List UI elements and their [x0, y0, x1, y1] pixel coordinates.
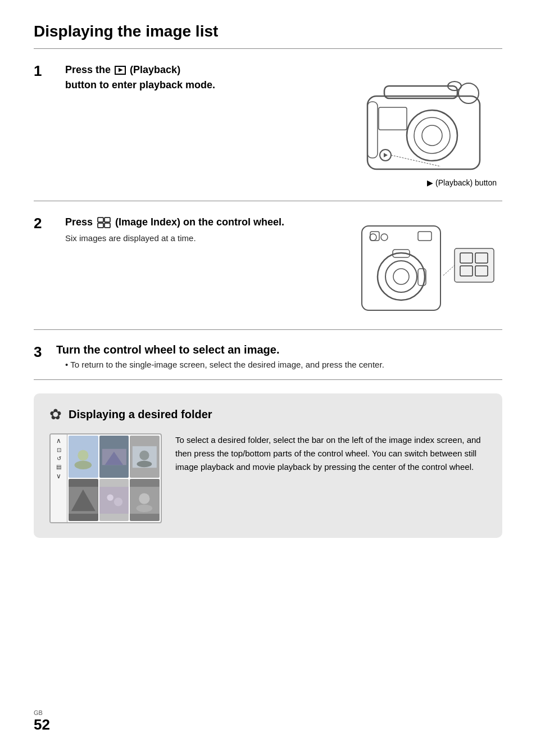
step-1-instruction: Press the (Playback)button to enter play… — [65, 62, 331, 93]
svg-point-32 — [78, 450, 88, 460]
svg-point-33 — [75, 460, 92, 469]
index-sidebar: ∧ ⊡ ↺ ▤ ∨ — [51, 434, 67, 522]
svg-marker-10 — [384, 153, 388, 157]
svg-point-45 — [139, 493, 150, 504]
svg-rect-13 — [105, 218, 110, 222]
step-2-sub: Six images are displayed at a time. — [65, 232, 343, 245]
svg-line-31 — [443, 265, 455, 275]
svg-point-19 — [393, 269, 409, 284]
control-wheel-svg — [356, 215, 502, 316]
playback-icon — [115, 66, 126, 75]
svg-point-4 — [422, 125, 442, 146]
step-1-image: ▶ (Playback) button — [345, 62, 502, 187]
svg-rect-12 — [98, 218, 103, 222]
thumbnail-2 — [99, 436, 129, 478]
language-label: GB — [34, 709, 43, 716]
tip-content-row: ∧ ⊡ ↺ ▤ ∨ — [49, 433, 487, 523]
thumbnail-5 — [99, 479, 129, 521]
step-2-suffix: (Image Index) on the control wheel. — [115, 216, 284, 228]
page-number: 52 — [34, 716, 50, 734]
title-divider — [34, 48, 502, 49]
svg-point-43 — [114, 497, 122, 506]
svg-rect-8 — [367, 102, 378, 158]
svg-rect-15 — [105, 223, 110, 228]
step-3-bullet-text: To return to the single-image screen, se… — [70, 360, 384, 369]
svg-rect-22 — [418, 232, 431, 241]
svg-rect-41 — [99, 487, 129, 514]
svg-point-25 — [381, 234, 388, 241]
page-footer: GB 52 — [34, 709, 50, 734]
svg-rect-14 — [98, 223, 103, 228]
tip-title-row: ✿ Displaying a desired folder — [49, 406, 487, 423]
tip-title: Displaying a desired folder — [69, 408, 212, 421]
folder-icon-1: ⊡ — [57, 447, 61, 453]
image-index-icon — [97, 217, 111, 228]
step-3-main: Turn the control wheel to select an imag… — [56, 343, 384, 356]
svg-point-38 — [137, 460, 152, 467]
index-screen: ∧ ⊡ ↺ ▤ ∨ — [49, 433, 162, 523]
step-3-bullet: • To return to the single-image screen, … — [56, 360, 384, 369]
step-1-row: 1 Press the (Playback)button to enter pl… — [34, 62, 502, 187]
step-2-main: Press (Image Index) on the control wheel… — [65, 215, 343, 230]
svg-point-3 — [414, 117, 450, 153]
index-grid — [67, 434, 161, 522]
camera-svg — [345, 62, 502, 175]
svg-point-42 — [107, 494, 113, 500]
folder-icon-3: ▤ — [56, 464, 61, 470]
svg-rect-23 — [370, 232, 379, 241]
step3-divider — [34, 379, 502, 380]
step-2-image — [356, 215, 502, 316]
tip-icon: ✿ — [49, 406, 62, 423]
sidebar-arrow-up: ∧ — [56, 437, 61, 445]
thumbnail-1 — [69, 436, 98, 478]
step-3-number: 3 — [34, 345, 52, 359]
step-1-prefix: Press the — [65, 64, 111, 75]
folder-icon-2: ↺ — [57, 455, 61, 461]
svg-point-18 — [385, 261, 417, 292]
step-2-row: 2 Press (Image Index) on the control whe… — [34, 215, 502, 316]
step-3-row: 3 Turn the control wheel to select an im… — [34, 343, 502, 369]
step1-divider — [34, 201, 502, 201]
sidebar-arrow-down: ∨ — [56, 472, 61, 480]
folder-icons: ⊡ ↺ ▤ — [56, 447, 61, 470]
page-title: Displaying the image list — [34, 22, 502, 40]
svg-rect-16 — [362, 226, 440, 310]
step-1-number: 1 — [34, 64, 52, 78]
svg-point-24 — [370, 234, 376, 241]
step-2-text: Press (Image Index) on the control wheel… — [65, 215, 343, 245]
step2-divider — [34, 329, 502, 330]
tip-box: ✿ Displaying a desired folder ∧ ⊡ ↺ ▤ ∨ — [34, 393, 502, 538]
thumbnail-6 — [130, 479, 160, 521]
step-2-prefix: Press — [65, 216, 93, 228]
svg-rect-7 — [379, 107, 407, 130]
step-1-text: Press the (Playback)button to enter play… — [65, 62, 331, 95]
step-2-number: 2 — [34, 216, 52, 230]
step-1-image-label: ▶ (Playback) button — [345, 178, 502, 187]
thumbnail-4 — [69, 479, 98, 521]
thumbnail-3 — [130, 436, 160, 478]
svg-point-37 — [140, 450, 149, 460]
svg-point-46 — [137, 504, 153, 511]
step-3-text: Turn the control wheel to select an imag… — [56, 343, 384, 369]
tip-image-area: ∧ ⊡ ↺ ▤ ∨ — [49, 433, 162, 523]
tip-text: To select a desired folder, select the b… — [175, 433, 487, 474]
